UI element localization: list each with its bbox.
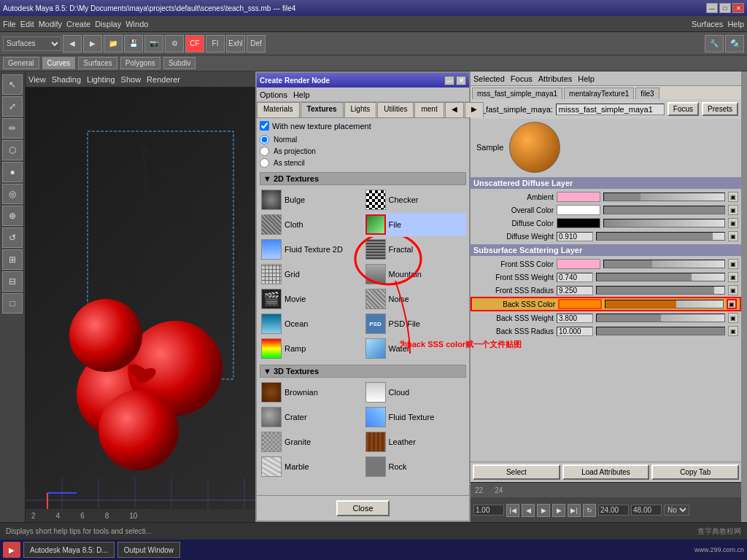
diffuse-weight-slider[interactable] xyxy=(596,232,725,241)
back-sss-weight-options-btn[interactable]: ▣ xyxy=(728,313,738,323)
load-attributes-button[interactable]: Load Attributes xyxy=(562,464,650,480)
tool-2[interactable]: ⤢ xyxy=(2,96,23,117)
viewport-menu-shading[interactable]: Shading xyxy=(52,75,81,84)
front-sss-color-options-btn[interactable]: ▣ xyxy=(728,259,738,269)
tool-select[interactable]: ↖ xyxy=(2,74,23,95)
texture-grid[interactable]: Grid xyxy=(260,262,363,286)
copy-tab-button[interactable]: Copy Tab xyxy=(651,464,739,480)
time-input-field[interactable] xyxy=(473,505,504,516)
toolbar-btn-3[interactable]: 📁 xyxy=(104,35,123,52)
pb-loop[interactable]: ↻ xyxy=(583,504,596,517)
menu-help-dialog[interactable]: Help xyxy=(293,90,310,99)
texture-brownian[interactable]: Brownian xyxy=(260,381,363,404)
ambient-slider[interactable] xyxy=(603,192,725,201)
taskbar-output[interactable]: Output Window xyxy=(117,542,180,558)
right-scrollbar[interactable] xyxy=(741,71,747,522)
back-sss-weight-slider[interactable] xyxy=(596,314,725,322)
texture-mountain[interactable]: Mountain xyxy=(364,262,467,286)
menu-surfaces[interactable]: Surfaces xyxy=(692,20,723,28)
front-sss-color-swatch[interactable] xyxy=(557,259,600,269)
toolbar-btn-r1[interactable]: 🔧 xyxy=(705,35,724,52)
pb-play[interactable]: ▶ xyxy=(537,504,550,517)
workspace-dropdown[interactable]: Surfaces xyxy=(3,36,61,51)
viewport-menu-renderer[interactable]: Renderer xyxy=(147,75,180,84)
radio-stencil[interactable] xyxy=(260,158,269,168)
menu-create[interactable]: Create xyxy=(66,20,90,28)
texture-crater[interactable]: Crater xyxy=(260,405,363,429)
toolbar-btn-2[interactable]: ▶ xyxy=(83,35,102,52)
maximize-button[interactable]: □ xyxy=(719,3,731,13)
back-sss-radius-options-btn[interactable]: ▣ xyxy=(728,326,738,336)
attr-menu-focus[interactable]: Focus xyxy=(511,74,533,83)
menu-window[interactable]: Windo xyxy=(125,20,148,28)
attr-tab-2[interactable]: mentalrayTexture1 xyxy=(564,88,634,99)
fps-dropdown[interactable]: No 24fps xyxy=(664,505,689,516)
front-sss-radius-input[interactable] xyxy=(557,286,593,295)
viewport-menu-view[interactable]: View xyxy=(28,75,46,84)
pb-prev[interactable]: ◀ xyxy=(522,504,535,517)
attr-tab-1[interactable]: mss_fast_simple_maya1 xyxy=(472,88,562,99)
pb-next-end[interactable]: ▶| xyxy=(568,504,581,517)
menu-modify[interactable]: Modify xyxy=(39,20,62,28)
overall-options-btn[interactable]: ▣ xyxy=(728,205,738,215)
tool-6[interactable]: ◎ xyxy=(2,184,23,204)
texture-cloth[interactable]: Cloth xyxy=(260,213,363,236)
texture-movie[interactable]: 🎬 Movie xyxy=(260,287,363,311)
tab-lights[interactable]: Lights xyxy=(344,102,377,117)
toolbar-btn-6[interactable]: ⚙ xyxy=(165,35,184,52)
texture-placement-checkbox[interactable] xyxy=(260,121,269,131)
texture-bulge[interactable]: Bulge xyxy=(260,188,363,211)
back-sss-weight-input[interactable] xyxy=(557,314,593,323)
texture-marble[interactable]: Marble xyxy=(260,455,363,478)
attr-menu-attributes[interactable]: Attributes xyxy=(538,74,572,83)
attr-tab-3[interactable]: file3 xyxy=(635,88,659,99)
diffuse-color-options-btn[interactable]: ▣ xyxy=(728,218,738,228)
ambient-color-swatch[interactable] xyxy=(557,192,600,202)
tool-9[interactable]: ⊞ xyxy=(2,249,23,270)
shelf-tab-polygons[interactable]: Polygons xyxy=(120,57,160,69)
toolbar-btn-r2[interactable]: 🔩 xyxy=(725,35,744,52)
texture-fluid2d[interactable]: Fluid Texture 2D xyxy=(260,238,363,261)
viewport-menu-show[interactable]: Show xyxy=(121,75,142,84)
pb-prev-start[interactable]: |◀ xyxy=(506,504,519,517)
diffuse-weight-options-btn[interactable]: ▣ xyxy=(728,231,738,241)
texture-fractal[interactable]: Fractal xyxy=(364,238,467,261)
tool-10[interactable]: ⊟ xyxy=(2,271,23,292)
tool-3[interactable]: ✏ xyxy=(2,118,23,139)
toolbar-btn-7[interactable]: CF xyxy=(185,35,204,52)
texture-water[interactable]: Water xyxy=(364,337,467,360)
overall-color-swatch[interactable] xyxy=(557,205,600,215)
radio-projection[interactable] xyxy=(260,147,269,156)
viewport-canvas[interactable]: 2 4 6 8 10 xyxy=(26,88,255,522)
diffuse-weight-input[interactable] xyxy=(557,232,593,241)
texture-rock[interactable]: Rock xyxy=(364,455,467,478)
tab-ment[interactable]: ment xyxy=(414,102,444,117)
presets-button[interactable]: Presets xyxy=(702,102,738,116)
viewport-menu-lighting[interactable]: Lighting xyxy=(87,75,115,84)
toolbar-btn-9[interactable]: Exhl xyxy=(226,35,245,52)
toolbar-btn-4[interactable]: 💾 xyxy=(124,35,143,52)
tab-materials[interactable]: Materials xyxy=(257,102,300,117)
shelf-tab-surfaces[interactable]: Surfaces xyxy=(78,57,117,69)
front-sss-radius-options-btn[interactable]: ▣ xyxy=(728,285,738,295)
texture-cloud[interactable]: Cloud xyxy=(364,381,467,404)
back-sss-radius-slider[interactable] xyxy=(596,327,725,335)
tab-scroll-right[interactable]: ▶ xyxy=(465,102,484,117)
tab-utilities[interactable]: Utilities xyxy=(377,102,414,117)
tab-scroll-left[interactable]: ◀ xyxy=(445,102,464,117)
texture-checker[interactable]: Checker xyxy=(364,188,467,211)
front-sss-weight-options-btn[interactable]: ▣ xyxy=(728,272,738,282)
pb-next[interactable]: ▶ xyxy=(552,504,565,517)
end-frame-input[interactable] xyxy=(631,505,662,516)
tab-textures[interactable]: Textures xyxy=(301,102,344,117)
back-sss-color-slider[interactable] xyxy=(605,300,724,308)
shelf-tab-general[interactable]: General xyxy=(3,57,39,69)
texture-ocean[interactable]: Ocean xyxy=(260,312,363,335)
close-button[interactable]: ✕ xyxy=(732,3,744,13)
texture-noise[interactable]: Noise xyxy=(364,287,467,311)
menu-help[interactable]: Help xyxy=(727,20,744,28)
texture-ramp[interactable]: Ramp xyxy=(260,337,363,360)
start-button[interactable]: ▶ xyxy=(3,542,20,558)
menu-options[interactable]: Options xyxy=(260,90,287,99)
select-button[interactable]: Select xyxy=(473,464,560,480)
